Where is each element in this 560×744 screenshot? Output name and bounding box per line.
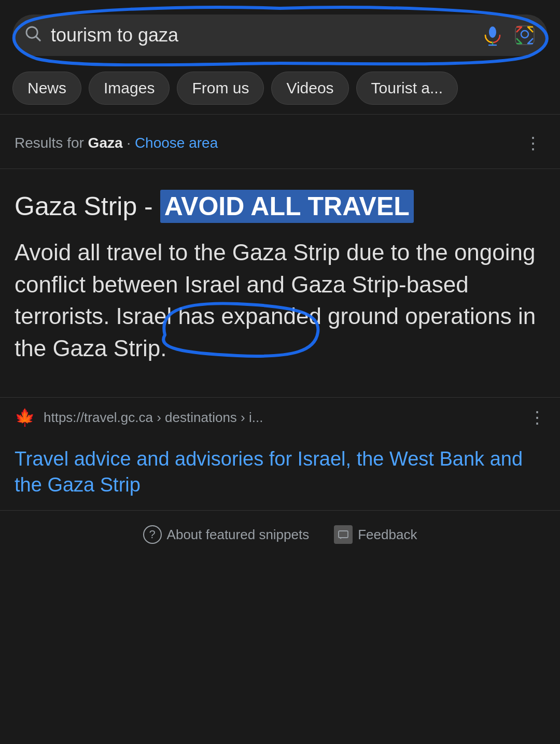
search-bar-wrapper: tourism to gaza xyxy=(12,15,548,56)
search-area: tourism to gaza xyxy=(0,0,560,66)
about-snippets-icon: ? xyxy=(143,525,162,544)
svg-point-2 xyxy=(489,26,496,38)
results-header-menu-button[interactable]: ⋮ xyxy=(521,129,545,157)
results-header: Results for Gaza · Choose area ⋮ xyxy=(0,115,560,169)
about-snippets-label: About featured snippets xyxy=(167,527,310,543)
search-actions xyxy=(481,24,536,47)
source-info: 🍁 https://travel.gc.ca › destinations › … xyxy=(15,407,263,428)
source-link-title[interactable]: Travel advice and advisories for Israel,… xyxy=(0,437,560,510)
feedback-icon xyxy=(334,525,353,544)
avoid-all-travel-highlight: AVOID ALL TRAVEL xyxy=(160,190,414,223)
source-url-text: https://travel.gc.ca › destinations › i.… xyxy=(44,410,263,426)
microphone-icon[interactable] xyxy=(481,24,504,47)
bottom-info-bar: ? About featured snippets Feedback xyxy=(0,510,560,558)
results-for-prefix: Results for Gaza · Choose area xyxy=(15,135,218,151)
chip-from-us[interactable]: From us xyxy=(177,72,264,105)
chip-tourist[interactable]: Tourist a... xyxy=(356,72,458,105)
feedback-label: Feedback xyxy=(358,527,417,543)
divider-2 xyxy=(0,169,560,169)
chip-videos[interactable]: Videos xyxy=(271,72,348,105)
results-location: Gaza xyxy=(88,135,123,151)
featured-snippet: Gaza Strip - AVOID ALL TRAVEL Avoid all … xyxy=(0,174,560,397)
search-query-text: tourism to gaza xyxy=(51,24,472,46)
source-row: 🍁 https://travel.gc.ca › destinations › … xyxy=(0,397,560,437)
terrorists-word: terrorists xyxy=(15,303,103,329)
lens-icon[interactable] xyxy=(513,24,536,47)
canada-flag-icon: 🍁 xyxy=(15,408,35,427)
results-for-label: Results for Gaza · Choose area xyxy=(15,135,218,151)
svg-line-1 xyxy=(36,36,40,40)
result-body-container: Avoid all travel to the Gaza Strip due t… xyxy=(15,236,545,364)
result-title: Gaza Strip - AVOID ALL TRAVEL xyxy=(15,191,545,222)
feedback-button[interactable]: Feedback xyxy=(334,525,417,544)
chip-images[interactable]: Images xyxy=(89,72,170,105)
svg-rect-4 xyxy=(515,26,534,45)
search-icon xyxy=(24,24,41,46)
result-body-text: Avoid all travel to the Gaza Strip due t… xyxy=(15,236,545,364)
chip-news[interactable]: News xyxy=(12,72,81,105)
filter-chips-container: News Images From us Videos Tourist a... xyxy=(0,66,560,114)
result-title-plain: Gaza Strip - xyxy=(15,192,153,221)
search-bar[interactable]: tourism to gaza xyxy=(12,15,548,56)
about-snippets-button[interactable]: ? About featured snippets xyxy=(143,525,310,544)
choose-area-link[interactable]: Choose area xyxy=(135,135,218,151)
source-menu-button[interactable]: ⋮ xyxy=(529,408,545,427)
source-favicon: 🍁 xyxy=(15,407,35,428)
svg-rect-6 xyxy=(339,531,348,538)
